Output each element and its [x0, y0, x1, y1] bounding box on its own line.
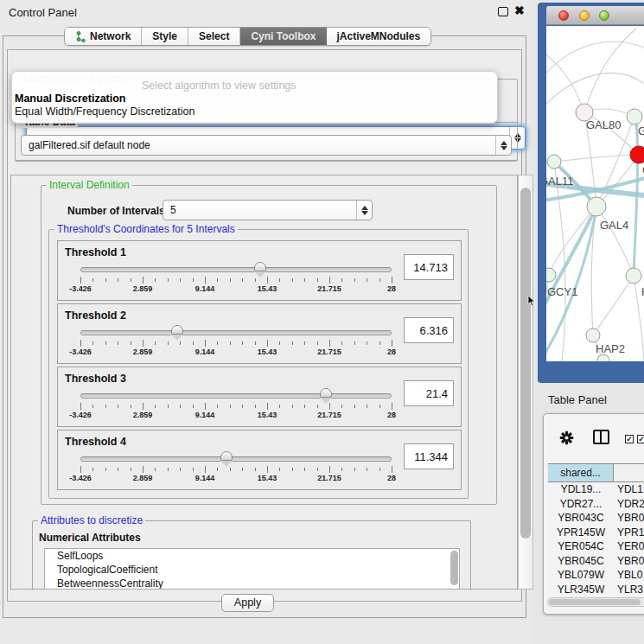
network-node[interactable]: [547, 155, 561, 169]
tab-network[interactable]: Network: [65, 28, 142, 45]
dropdown-item-equal-width[interactable]: Equal Width/Frequency Discretization: [12, 105, 497, 118]
number-of-intervals-value: 5: [163, 204, 356, 216]
discretize-data-pane: Discretization Algorithm Table Data galF…: [7, 49, 522, 602]
network-window-titlebar[interactable]: [546, 6, 644, 25]
thresholds-group: Threshold's Coordinates for 5 Intervals …: [48, 229, 469, 499]
attributes-group-title: Attributes to discretize: [38, 514, 145, 526]
threshold-value-field[interactable]: 6.316: [404, 317, 454, 343]
list-scrollbar[interactable]: [450, 551, 458, 585]
control-panel-titlebar: Control Panel ✖: [0, 0, 532, 22]
tab-style[interactable]: Style: [142, 28, 188, 45]
threshold-value-field[interactable]: 14.713: [404, 254, 454, 280]
combo-arrows-icon: [495, 136, 511, 155]
close-traffic-light-icon[interactable]: [558, 10, 569, 21]
threshold-row: Threshold 4 -3.4262.8599.14415.4321.7152…: [57, 430, 462, 490]
table-data-combobox[interactable]: galFiltered.sif default node: [21, 135, 512, 156]
threshold-slider-thumb[interactable]: [320, 388, 332, 398]
table-hscrollbar-thumb[interactable]: [549, 599, 641, 605]
network-node-label: GAL4: [600, 219, 628, 232]
column-header-name[interactable]: na: [614, 464, 644, 481]
gear-icon[interactable]: [559, 430, 574, 445]
threshold-slider-thumb[interactable]: [220, 451, 233, 461]
tab-cyni-toolbox[interactable]: Cyni Toolbox: [240, 28, 326, 45]
tab-select[interactable]: Select: [188, 28, 240, 45]
threshold-slider-track[interactable]: [80, 330, 392, 335]
checkbox-icon[interactable]: ✓: [625, 435, 634, 443]
table-row[interactable]: YDL19...YDL1: [548, 482, 644, 497]
threshold-slider-track[interactable]: [80, 456, 392, 462]
dropdown-placeholder-item[interactable]: Select algorithm to view settings: [12, 80, 497, 92]
number-of-intervals-combobox[interactable]: 5: [163, 200, 373, 220]
network-node[interactable]: [626, 268, 641, 284]
table-row[interactable]: YLR345WYLR3: [548, 583, 644, 597]
threshold-row: Threshold 1 -3.4262.8599.14415.4321.7152…: [57, 240, 462, 301]
network-view-window: GAL80GACGAL11GAL4GCY1HHAP2: [538, 3, 644, 383]
control-panel: Control Panel ✖ Discretization Algorithm…: [0, 0, 532, 644]
table-panel-window: ✓ ✓ shared... na YDL19...YDL1YDR27...YDR…: [543, 413, 644, 615]
table-hscrollbar[interactable]: [547, 597, 644, 607]
network-node-label: GAL11: [546, 175, 574, 188]
table-panel-title: Table Panel: [548, 393, 607, 406]
panel-scrollbar-thumb[interactable]: [520, 188, 531, 539]
panel-title: Control Panel: [9, 6, 77, 19]
table-row[interactable]: YBR045CYBR0: [548, 554, 644, 569]
network-node[interactable]: [627, 109, 642, 124]
zoom-traffic-light-icon[interactable]: [599, 10, 609, 21]
threshold-label: Threshold 1: [65, 246, 126, 258]
network-edges-highlighted: [546, 117, 644, 359]
panel-scrollbar[interactable]: [518, 175, 533, 590]
combo-arrows-icon: [356, 201, 372, 220]
threshold-slider-thumb[interactable]: [171, 325, 183, 335]
interval-definition-title: Interval Definition: [47, 179, 132, 191]
threshold-row: Threshold 2 -3.4262.8599.14415.4321.7152…: [57, 303, 462, 364]
network-node[interactable]: [546, 268, 556, 282]
network-node[interactable]: [587, 197, 606, 216]
settings-viewport: Interval Definition Number of Intervals …: [10, 175, 518, 590]
table-row[interactable]: YDR27...YDR2: [548, 497, 644, 512]
thresholds-group-title: Threshold's Coordinates for 5 Intervals: [54, 223, 238, 235]
close-icon[interactable]: ✖: [514, 3, 525, 17]
table-row[interactable]: YBL079WYBL0: [548, 568, 644, 583]
list-item[interactable]: TopologicalCoefficient: [45, 563, 459, 577]
threshold-value-field[interactable]: 21.4: [404, 380, 454, 406]
network-node-label: GCY1: [547, 285, 577, 298]
node-table: shared... na YDL19...YDL1YDR27...YDR2YBR…: [548, 463, 644, 580]
list-item[interactable]: BetweennessCentrality: [45, 577, 459, 590]
table-data-group: Table Data galFiltered.sif default node: [15, 122, 518, 162]
minimize-traffic-light-icon[interactable]: [579, 10, 590, 21]
algorithm-dropdown-popup: Select algorithm to view settings Manual…: [11, 71, 498, 124]
column-layout-icon[interactable]: [593, 430, 609, 444]
control-panel-tabs: Network Style Select Cyni Toolbox jActiv…: [64, 27, 431, 46]
network-node[interactable]: [597, 354, 609, 361]
threshold-slider-thumb[interactable]: [254, 262, 266, 271]
network-node-label: HAP2: [596, 342, 625, 355]
threshold-label: Threshold 4: [65, 436, 126, 448]
interval-definition-group: Interval Definition Number of Intervals …: [41, 185, 497, 505]
table-row[interactable]: YER054CYER0: [548, 539, 644, 554]
threshold-slider-track[interactable]: [80, 267, 392, 272]
attributes-group: Attributes to discretize Numerical Attri…: [32, 520, 471, 590]
checkbox-icon[interactable]: ✓: [637, 435, 644, 443]
threshold-label: Threshold 2: [65, 309, 126, 322]
numerical-attributes-list[interactable]: SelfLoopsTopologicalCoefficientBetweenne…: [44, 548, 460, 590]
numerical-attributes-label: Numerical Attributes: [39, 532, 141, 544]
tab-jactivemnodules[interactable]: jActiveMNodules: [327, 28, 431, 45]
network-node[interactable]: [630, 146, 644, 163]
dropdown-item-manual-discretization[interactable]: Manual Discretization: [12, 92, 497, 105]
float-window-icon[interactable]: [498, 7, 508, 16]
apply-button[interactable]: Apply: [221, 594, 274, 612]
column-header-shared-name[interactable]: shared...: [548, 464, 614, 481]
network-node[interactable]: [586, 328, 600, 342]
table-data-value: galFiltered.sif default node: [22, 139, 495, 151]
list-item[interactable]: SelfLoops: [45, 549, 459, 563]
network-node-label: GAL80: [586, 118, 621, 131]
network-node-label: GA: [638, 124, 644, 137]
table-row[interactable]: YPR145WYPR1: [548, 526, 644, 540]
table-row[interactable]: YBR043CYBR0: [548, 511, 644, 526]
threshold-value-field[interactable]: 11.344: [404, 443, 454, 469]
threshold-label: Threshold 3: [65, 373, 126, 385]
table-toolbar: ✓ ✓: [544, 414, 644, 462]
table-header-row: shared... na: [548, 463, 644, 482]
network-canvas[interactable]: GAL80GACGAL11GAL4GCY1HHAP2: [546, 26, 644, 361]
threshold-slider-track[interactable]: [80, 393, 392, 399]
